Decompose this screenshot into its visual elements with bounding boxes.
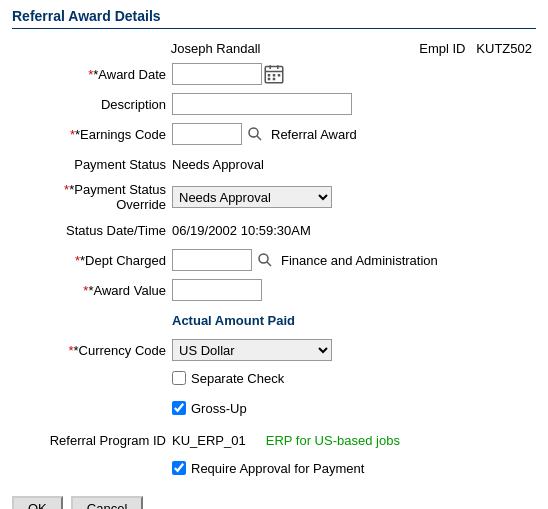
- payment-status-override-select[interactable]: Needs Approval Approved Denied: [172, 186, 332, 208]
- payment-status-value: Needs Approval: [172, 157, 264, 172]
- svg-rect-5: [273, 74, 276, 77]
- employee-name: Joseph Randall: [12, 41, 419, 56]
- dept-charged-row: **Dept Charged 13000 Finance and Adminis…: [12, 248, 536, 272]
- separate-check-container: Separate Check: [172, 371, 284, 386]
- award-date-label: **Award Date: [12, 67, 172, 82]
- award-date-row: **Award Date 06/09/2001: [12, 62, 536, 86]
- dept-charged-value-cell: 13000 Finance and Administration: [172, 249, 536, 271]
- dept-charged-label: **Dept Charged: [12, 253, 172, 268]
- page-title: Referral Award Details: [12, 8, 536, 29]
- award-value-input[interactable]: 1,500.00: [172, 279, 262, 301]
- empl-id-area: Empl ID KUTZ502: [419, 41, 536, 56]
- ok-button[interactable]: OK: [12, 496, 63, 509]
- referral-program-id-label: Referral Program ID: [12, 433, 172, 448]
- empl-id-label: Empl ID: [419, 41, 465, 56]
- referral-program-id-value-cell: KU_ERP_01 ERP for US-based jobs: [172, 433, 536, 448]
- calendar-icon[interactable]: [264, 64, 284, 84]
- status-datetime-row: Status Date/Time 06/19/2002 10:59:30AM: [12, 218, 536, 242]
- earnings-code-row: **Earnings Code RFA Referral Award: [12, 122, 536, 146]
- description-row: Description Finance Dept Ref Award: [12, 92, 536, 116]
- referral-program-id-name: ERP for US-based jobs: [266, 433, 400, 448]
- button-row: OK Cancel: [12, 496, 536, 509]
- require-approval-row: Require Approval for Payment: [12, 458, 536, 482]
- referral-program-id-row: Referral Program ID KU_ERP_01 ERP for US…: [12, 428, 536, 452]
- svg-point-11: [259, 254, 268, 263]
- gross-up-row: Gross-Up: [12, 398, 536, 422]
- award-value-label: **Award Value: [12, 283, 172, 298]
- currency-code-value-cell: US Dollar Euro British Pound: [172, 339, 536, 361]
- actual-amount-paid-row: Actual Amount Paid: [12, 308, 536, 332]
- payment-status-value-cell: Needs Approval: [172, 157, 536, 172]
- cancel-button[interactable]: Cancel: [71, 496, 143, 509]
- earnings-code-search-icon[interactable]: [245, 124, 265, 144]
- award-value-value-cell: 1,500.00: [172, 279, 536, 301]
- dept-charged-name: Finance and Administration: [281, 253, 438, 268]
- form-area: Joseph Randall Empl ID KUTZ502 **Award D…: [12, 41, 536, 509]
- currency-code-row: **Currency Code US Dollar Euro British P…: [12, 338, 536, 362]
- employee-row: Joseph Randall Empl ID KUTZ502: [12, 41, 536, 56]
- svg-rect-6: [278, 74, 281, 77]
- referral-program-id-value: KU_ERP_01: [172, 433, 246, 448]
- award-date-input[interactable]: 06/09/2001: [172, 63, 262, 85]
- currency-code-select[interactable]: US Dollar Euro British Pound: [172, 339, 332, 361]
- actual-amount-paid-label: Actual Amount Paid: [172, 313, 295, 328]
- payment-status-override-label: **Payment Status Override: [12, 182, 172, 212]
- currency-code-label: **Currency Code: [12, 343, 172, 358]
- dept-charged-input[interactable]: 13000: [172, 249, 252, 271]
- earnings-code-value-cell: RFA Referral Award: [172, 123, 536, 145]
- require-approval-container: Require Approval for Payment: [172, 461, 364, 476]
- payment-status-label: Payment Status: [12, 157, 172, 172]
- status-datetime-value: 06/19/2002 10:59:30AM: [172, 223, 311, 238]
- svg-line-10: [257, 136, 261, 140]
- earnings-code-label: **Earnings Code: [12, 127, 172, 142]
- payment-status-override-row: **Payment Status Override Needs Approval…: [12, 182, 536, 212]
- status-datetime-value-cell: 06/19/2002 10:59:30AM: [172, 223, 536, 238]
- dept-charged-search-icon[interactable]: [255, 250, 275, 270]
- payment-status-row: Payment Status Needs Approval: [12, 152, 536, 176]
- page-container: Referral Award Details Joseph Randall Em…: [0, 0, 548, 509]
- earnings-code-name: Referral Award: [271, 127, 357, 142]
- svg-rect-7: [268, 78, 271, 81]
- separate-check-row: Separate Check: [12, 368, 536, 392]
- separate-check-label: Separate Check: [191, 371, 284, 386]
- require-approval-label: Require Approval for Payment: [191, 461, 364, 476]
- separate-check-checkbox[interactable]: [172, 371, 186, 385]
- require-approval-checkbox[interactable]: [172, 461, 186, 475]
- award-value-row: **Award Value 1,500.00: [12, 278, 536, 302]
- gross-up-container: Gross-Up: [172, 401, 247, 416]
- svg-rect-4: [268, 74, 271, 77]
- earnings-code-input[interactable]: RFA: [172, 123, 242, 145]
- gross-up-label: Gross-Up: [191, 401, 247, 416]
- description-value-cell: Finance Dept Ref Award: [172, 93, 536, 115]
- description-input[interactable]: Finance Dept Ref Award: [172, 93, 352, 115]
- empl-id-value: KUTZ502: [476, 41, 532, 56]
- svg-point-9: [249, 128, 258, 137]
- status-datetime-label: Status Date/Time: [12, 223, 172, 238]
- gross-up-checkbox[interactable]: [172, 401, 186, 415]
- award-date-value-cell: 06/09/2001: [172, 63, 536, 85]
- description-label: Description: [12, 97, 172, 112]
- svg-line-12: [267, 262, 271, 266]
- payment-status-override-value-cell: Needs Approval Approved Denied: [172, 186, 536, 208]
- svg-rect-8: [273, 78, 276, 81]
